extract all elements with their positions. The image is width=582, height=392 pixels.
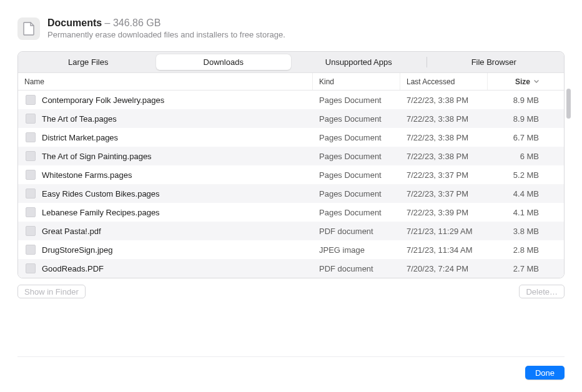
table-row[interactable]: DrugStoreSign.jpegJPEG image7/21/23, 11:… [18,240,564,259]
table-row[interactable]: Contemporary Folk Jewelry.pagesPages Doc… [18,91,564,109]
cell-name: Lebanese Family Recipes.pages [18,207,313,217]
file-list[interactable]: Contemporary Folk Jewelry.pagesPages Doc… [18,91,564,278]
tab-downloads[interactable]: Downloads [156,54,292,70]
file-icon [26,151,36,161]
window-footer: Done [17,356,565,380]
column-headers: Name Kind Last Accessed Size [18,73,564,91]
cell-size: 4.4 MB [488,189,545,198]
file-icon [26,132,36,142]
cell-last-accessed: 7/22/23, 3:38 PM [400,133,488,142]
table-row[interactable]: Whitestone Farms.pagesPages Document7/22… [18,165,564,184]
cell-name: Great Pasta!.pdf [18,226,313,236]
file-name: District Market.pages [42,133,118,142]
cell-size: 5.2 MB [488,170,545,180]
cell-kind: Pages Document [313,96,400,105]
cell-last-accessed: 7/20/23, 7:24 PM [400,264,488,273]
cell-last-accessed: 7/22/23, 3:38 PM [400,96,488,105]
cell-last-accessed: 7/22/23, 3:38 PM [400,114,488,124]
file-icon [26,263,36,273]
header-title-row: Documents – 346.86 GB [47,17,285,29]
file-icon [26,226,36,236]
cell-name: Easy Rides Custom Bikes.pages [18,189,313,198]
tab-large-files[interactable]: Large Files [21,54,156,70]
cell-size: 8.9 MB [488,114,545,124]
cell-kind: Pages Document [313,189,400,198]
cell-kind: PDF document [313,227,400,236]
cell-size: 4.1 MB [488,208,545,217]
panel-footer: Show in Finder Delete… [17,285,565,298]
cell-last-accessed: 7/22/23, 3:37 PM [400,189,488,198]
cell-last-accessed: 7/22/23, 3:37 PM [400,170,488,180]
tab-file-browser[interactable]: File Browser [427,54,562,70]
cell-kind: Pages Document [313,208,400,217]
file-name: Whitestone Farms.pages [42,170,132,180]
header-subtitle: Permanently erase downloaded files and i… [47,30,285,39]
header-size: 346.86 GB [113,17,161,28]
header: Documents – 346.86 GB Permanently erase … [17,17,565,40]
tab-unsupported-apps[interactable]: Unsupported Apps [291,54,427,70]
cell-size: 2.8 MB [488,245,545,255]
file-icon [26,207,36,217]
col-size-label: Size [515,77,530,86]
table-row[interactable]: The Art of Sign Painting.pagesPages Docu… [18,147,564,165]
done-button[interactable]: Done [525,366,565,380]
header-title: Documents [47,17,102,28]
file-name: Great Pasta!.pdf [42,227,101,236]
file-name: Lebanese Family Recipes.pages [42,208,160,217]
col-last-accessed[interactable]: Last Accessed [400,73,488,90]
cell-size: 6 MB [488,152,545,161]
view-tabs: Large Files Downloads Unsupported Apps F… [18,52,564,73]
cell-kind: Pages Document [313,114,400,124]
file-icon [26,170,36,180]
cell-size: 3.8 MB [488,227,545,236]
cell-last-accessed: 7/21/23, 11:34 AM [400,245,488,255]
cell-name: The Art of Sign Painting.pages [18,151,313,161]
table-row[interactable]: GoodReads.PDFPDF document7/20/23, 7:24 P… [18,259,564,278]
table-row[interactable]: District Market.pagesPages Document7/22/… [18,128,564,147]
cell-name: DrugStoreSign.jpeg [18,245,313,255]
cell-name: Contemporary Folk Jewelry.pages [18,95,313,105]
show-in-finder-button[interactable]: Show in Finder [17,285,86,298]
cell-kind: Pages Document [313,133,400,142]
table-row[interactable]: Great Pasta!.pdfPDF document7/21/23, 11:… [18,222,564,240]
file-icon [26,245,36,255]
cell-size: 8.9 MB [488,96,545,105]
file-name: The Art of Sign Painting.pages [42,152,152,161]
cell-name: Whitestone Farms.pages [18,170,313,180]
cell-name: District Market.pages [18,132,313,142]
file-name: Easy Rides Custom Bikes.pages [42,189,160,198]
cell-name: The Art of Tea.pages [18,114,313,124]
file-name: The Art of Tea.pages [42,114,117,124]
cell-size: 6.7 MB [488,133,545,142]
cell-kind: PDF document [313,264,400,273]
file-name: DrugStoreSign.jpeg [42,245,112,255]
cell-last-accessed: 7/22/23, 3:39 PM [400,208,488,217]
cell-kind: Pages Document [313,170,400,180]
sort-chevron-icon [534,78,539,85]
cell-name: GoodReads.PDF [18,263,313,273]
cell-kind: JPEG image [313,245,400,255]
col-name[interactable]: Name [18,73,313,90]
delete-button[interactable]: Delete… [519,285,565,298]
header-sep: – [102,17,113,28]
file-name: Contemporary Folk Jewelry.pages [42,96,164,105]
file-name: GoodReads.PDF [42,264,104,273]
file-icon [26,189,36,198]
cell-last-accessed: 7/21/23, 11:29 AM [400,227,488,236]
col-kind[interactable]: Kind [313,73,400,90]
col-size[interactable]: Size [488,73,545,90]
storage-documents-window: Documents – 346.86 GB Permanently erase … [0,0,582,392]
cell-kind: Pages Document [313,152,400,161]
documents-icon [17,17,40,40]
table-row[interactable]: Easy Rides Custom Bikes.pagesPages Docum… [18,184,564,203]
content-panel: Large Files Downloads Unsupported Apps F… [17,51,565,278]
table-row[interactable]: Lebanese Family Recipes.pagesPages Docum… [18,203,564,222]
scrollbar-thumb[interactable] [566,89,571,119]
cell-size: 2.7 MB [488,264,545,273]
file-icon [26,114,36,124]
table-row[interactable]: The Art of Tea.pagesPages Document7/22/2… [18,109,564,128]
cell-last-accessed: 7/22/23, 3:38 PM [400,152,488,161]
file-icon [26,95,36,105]
